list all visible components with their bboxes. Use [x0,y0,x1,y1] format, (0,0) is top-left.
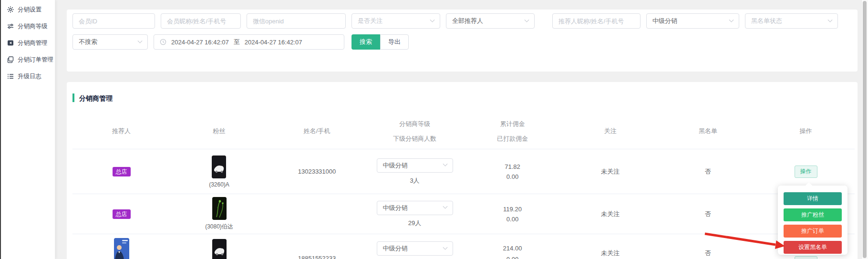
name-phone-cell: 18851552233 [298,255,336,259]
member-id-input[interactable] [72,13,155,29]
level-select-value: 中级分销 [652,17,677,25]
search-type-select[interactable]: 不搜索 [72,34,148,50]
header-blacklist: 黑名单 [699,127,717,135]
menu-item-promoted-orders[interactable]: 推广订单 [784,225,842,238]
export-button[interactable]: 导出 [380,34,409,50]
scrollbar-thumb[interactable] [863,1,867,258]
header-name-phone: 姓名/手机 [304,127,331,135]
sidebar-item-label: 分销商等级 [18,22,48,31]
action-menu: 详情 推广粉丝 推广订单 设置黑名单 [778,186,847,255]
chevron-down-icon [443,162,447,166]
date-range-picker[interactable]: 2024-04-27 16:42:07 至 2024-04-27 16:42:0… [154,34,344,50]
commission-total: 71.82 [505,163,520,170]
chevron-down-icon [138,38,143,43]
section-title: 分销商管理 [79,94,113,103]
commission-cell: 214.00 0.00 [503,245,522,259]
fan-name: (3080)伯达 [205,223,233,231]
sidebar-item-label: 分销订单管理 [18,56,53,64]
subordinate-count: 3人 [410,176,419,185]
follow-status-select[interactable]: 是否关注 [351,13,440,29]
blacklist-status-placeholder: 黑名单状态 [751,17,782,25]
date-end-value: 2024-04-27 16:42:07 [245,39,302,46]
level-dropdown[interactable]: 中级分销 [377,241,453,256]
follow-cell: 未关注 [601,249,620,258]
header-action: 操作 [800,127,812,135]
fan-cell: (3260)A [209,155,229,188]
follow-cell: 未关注 [601,167,620,176]
wechat-openid-input[interactable] [247,13,346,29]
referrer-badge: 总店 [113,167,131,176]
level-cell: 中级分销 29人 [377,201,453,228]
blacklist-cell: 否 [705,167,711,176]
header-referrer: 推荐人 [112,127,131,135]
referrer-badge: 总店 [113,209,131,219]
fan-photo-plant [212,197,227,220]
chevron-down-icon [443,204,447,209]
commission-paid: 0.00 [506,216,518,223]
chevron-down-icon [430,17,435,22]
vertical-scrollbar[interactable] [861,0,868,259]
menu-item-promoted-fans[interactable]: 推广粉丝 [784,208,842,221]
date-separator: 至 [234,38,240,46]
referrer-select-value: 全部推荐人 [452,17,483,25]
commission-paid: 0.00 [506,256,518,259]
search-button[interactable]: 搜索 [351,34,380,50]
table-row: 总店 (3260)A 13023331000 中级分销 3人 71.82 0.0… [72,149,855,194]
follow-cell: 未关注 [601,210,620,218]
member-name-input[interactable] [161,13,241,29]
chevron-down-icon [525,17,529,22]
table-row: 总店 (3080)伯达 中级分销 29人 119.20 0.00 未关注 否 操… [72,194,855,234]
level-value: 中级分销 [383,161,408,170]
referrer-select[interactable]: 全部推荐人 [446,13,535,29]
row-action-button[interactable]: 操作 [795,256,817,259]
media-icon [7,40,14,46]
fan-photo-car [212,155,226,178]
header-commission: 累计佣金已打款佣金 [497,120,528,143]
sidebar: 分销设置 分销商等级 分销商管理 分销订单管理 升级日志 [1,0,55,259]
menu-item-set-blacklist[interactable]: 设置黑名单 [784,241,842,254]
level-dropdown[interactable]: 中级分销 [377,201,453,215]
sidebar-item-distribution-orders[interactable]: 分销订单管理 [7,55,53,64]
search-type-value: 不搜索 [79,38,97,46]
fan-name: (3260)A [209,181,229,188]
level-cell: 中级分销 [377,241,453,256]
sidebar-item-distributor-management[interactable]: 分销商管理 [7,39,48,47]
sidebar-item-label: 升级日志 [18,73,41,81]
commission-paid: 0.00 [506,173,518,180]
referrer-name-input[interactable] [552,13,641,29]
clock-icon [160,39,166,45]
gear-icon [7,6,14,13]
sidebar-item-upgrade-logs[interactable]: 升级日志 [7,72,41,81]
level-cell: 中级分销 3人 [377,158,453,185]
distributor-table-panel: 分销商管理 推荐人 粉丝 姓名/手机 分销商等级下级分销商人数 累计佣金已打款佣… [67,82,858,259]
level-value: 中级分销 [383,204,408,212]
blacklist-cell: 否 [705,210,711,218]
fan-cell [212,239,227,259]
table-row: 18851552233 中级分销 214.00 0.00 未关注 否 操作 [72,234,855,259]
level-select[interactable]: 中级分销 [646,13,739,29]
table-header-row: 推荐人 粉丝 姓名/手机 分销商等级下级分销商人数 累计佣金已打款佣金 关注 黑… [72,114,855,148]
header-follow: 关注 [604,127,617,135]
section-accent-bar [72,93,74,102]
header-level: 分销商等级下级分销商人数 [393,120,436,143]
row-action-button[interactable]: 操作 [795,166,817,178]
sidebar-item-distributor-levels[interactable]: 分销商等级 [7,22,48,31]
menu-item-details[interactable]: 详情 [784,192,842,205]
filter-panel: 是否关注 全部推荐人 中级分销 黑名单状态 不搜索 2024-04-27 16:… [67,10,858,72]
fan-photo-car [212,239,227,259]
chevron-down-icon [729,17,734,22]
commission-total: 214.00 [503,245,522,252]
commission-cell: 119.20 0.00 [503,206,522,223]
fan-cell: (3080)伯达 [205,197,233,231]
sidebar-item-label: 分销商管理 [18,39,48,47]
chevron-down-icon [828,17,833,22]
referrer-avatar [114,238,129,259]
follow-status-placeholder: 是否关注 [358,17,382,25]
level-value: 中级分销 [383,244,408,253]
sidebar-item-distribution-settings[interactable]: 分销设置 [7,5,41,14]
level-dropdown[interactable]: 中级分销 [377,158,453,173]
blacklist-status-select[interactable]: 黑名单状态 [745,13,838,29]
commission-total: 119.20 [503,206,522,213]
sidebar-item-label: 分销设置 [18,6,41,14]
copy-icon [7,56,14,63]
